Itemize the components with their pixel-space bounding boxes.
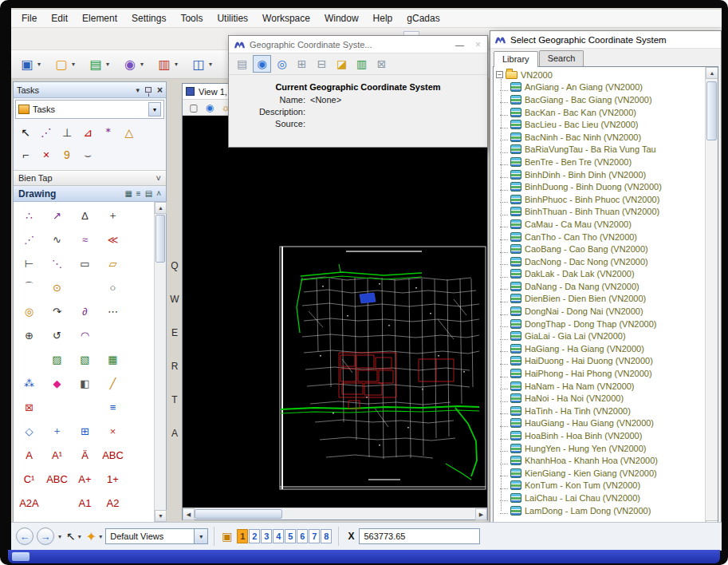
fence-icon[interactable]: ⋰ [36,123,57,142]
drawing-tool-button[interactable]: ABC [43,467,71,491]
drawing-tool-button[interactable]: ≡ [99,395,127,419]
tree-item[interactable]: BinhThuan - Binh Thuan (VN2000) [500,206,704,219]
menu-item[interactable]: Window [317,10,366,26]
pin-icon[interactable] [145,87,152,93]
drawing-tool-button[interactable]: ⊞ [71,419,99,443]
tree-item[interactable]: HoaBinh - Hoa Binh (VN2000) [500,429,704,442]
drawing-tool-button[interactable]: ○ [99,275,127,299]
combobox-arrow-icon[interactable]: ▾ [195,528,208,544]
drawing-tool-button[interactable]: ≪ [99,227,127,251]
menu-item[interactable]: Tools [173,10,210,26]
view-horizontal-scrollbar[interactable]: ◀ ▶ [183,508,487,520]
models-toolbar-icon[interactable]: ▣ ▾ [16,53,43,76]
drawing-tool-button[interactable]: ◠ [71,323,99,347]
drawing-tool-button[interactable]: ∂ [71,299,99,323]
nav-dropdown-icon[interactable]: ▾ [58,533,61,540]
tasks-selector[interactable]: Tasks ▾ [15,100,164,119]
close-icon[interactable]: × [157,85,163,96]
close-icon[interactable]: × [475,39,481,50]
tree-item[interactable]: BacGiang - Bac Giang (VN2000) [500,93,704,106]
panel-menu-arrow-icon[interactable]: ▾ [136,86,140,94]
view-rotate-icon[interactable]: ◉ [202,101,218,114]
new-file-toolbar-icon[interactable]: ▢ ▾ [50,53,77,76]
menu-item[interactable]: Element [75,10,124,26]
numbered-tool-icon[interactable]: 9 [57,145,77,164]
drawing-tool-button[interactable]: A2A [15,491,43,515]
tree-item[interactable]: BinhDinh - Binh Dinh (VN2000) [500,168,704,181]
gcs-dialog-titlebar[interactable]: Geographic Coordinate Syste... — × [229,36,487,53]
drawing-tool-button[interactable]: ＊ [99,515,127,522]
drawing-tool-button[interactable]: ≈ [71,227,99,251]
view-toggles-icon[interactable]: ▣ [222,530,232,543]
back-button[interactable]: ← [16,527,33,545]
drawing-tool-button[interactable]: A1 [71,491,99,515]
pointer-dropdown-icon[interactable]: ▾ [78,533,81,540]
element-selection-icon[interactable]: ↖ [15,123,36,142]
drawing-tool-button[interactable]: ⋱ [43,251,71,275]
drawing-tool-button[interactable]: A2 [99,491,127,515]
drawing-tool-button[interactable]: Ä [71,443,99,467]
tree-scrollbar[interactable]: ▲ ▼ [705,67,718,532]
drawing-tool-button[interactable]: ＋ [43,419,71,443]
drawing-tool-button[interactable]: ◇ [15,419,43,443]
drawing-tool-button[interactable]: ↗ [43,203,71,227]
tree-item[interactable]: HaiDuong - Hai Duong (VN2000) [500,355,704,368]
corner-tool-icon[interactable]: ⌐ [15,145,36,164]
tree-item[interactable]: HaNam - Ha Nam (VN2000) [500,380,704,393]
gcs-properties-icon[interactable]: ▤ [233,55,251,73]
tree-item[interactable]: DakLak - Dak Lak (VN2000) [500,268,704,281]
view-toggle-button[interactable]: 7 [309,529,320,543]
delete-element-icon[interactable]: × [36,145,57,164]
drawing-tool-button[interactable] [71,275,99,299]
tree-item[interactable]: DongThap - Dong Thap (VN2000) [500,318,704,330]
tree-item[interactable]: BacKan - Bac Kan (VN2000) [500,106,704,119]
tree-item[interactable]: HauGiang - Hau Giang (VN2000) [500,417,704,430]
drawing-tool-button[interactable]: ⊕ [15,323,43,347]
drawing-tool-button[interactable]: ◆ [43,371,71,395]
drawing-tool-button[interactable]: ∆ [71,203,99,227]
dropdown-arrow-icon[interactable]: ▾ [106,61,109,68]
drawing-tool-button[interactable]: ⊠ [15,395,43,419]
drawing-tool-button[interactable]: ▦ [99,347,127,371]
dropdown-arrow-icon[interactable]: ▾ [37,61,41,68]
drawing-tool-button[interactable]: ⁂ [15,371,43,395]
dropdown-arrow-icon[interactable]: ▾ [209,61,212,68]
menu-item[interactable]: Edit [44,10,75,26]
tree-item[interactable]: AnGiang - An Giang (VN2000) [500,81,704,94]
menu-item[interactable]: Settings [124,10,173,26]
drawing-tool-button[interactable]: XA1 [15,515,43,522]
drawing-tool-button[interactable] [71,515,99,522]
select-gcs-titlebar[interactable]: Select Geographic Coordinate System [490,31,721,49]
drawing-tool-button[interactable] [71,395,99,419]
view-group-compass-icon[interactable]: ✦ [86,529,96,544]
dropdown-arrow-icon[interactable]: ▾ [175,61,178,68]
drawing-tool-button[interactable]: ∿ [43,227,71,251]
collapse-section-icon[interactable]: ˄ [156,189,161,198]
drawing-tool-button[interactable]: ↺ [43,323,71,347]
tree-item[interactable]: BinhDuong - Binh Duong (VN2000) [500,180,704,193]
gcs-details-icon[interactable]: ⊞ [293,55,311,73]
menu-item[interactable]: Help [366,10,400,26]
tree-root-vn2000[interactable]: − VN2000 [496,69,704,81]
tree-item[interactable]: BacNinh - Bac Ninh (VN2000) [500,131,704,144]
scroll-up-icon[interactable]: ▲ [706,67,718,79]
tree-item[interactable]: CaoBang - Cao Bang (VN2000) [500,243,704,255]
menu-item[interactable]: File [14,10,44,26]
view-toggle-button[interactable]: 2 [249,529,260,543]
cells-toolbar-icon[interactable]: ◫ ▾ [187,53,214,76]
tree-item[interactable]: BaRiaVungTau - Ba Ria Vung Tau [500,144,704,156]
tree-item[interactable]: CanTho - Can Tho (VN2000) [500,231,704,243]
gcs-export-icon[interactable]: ⊠ [372,55,391,73]
tasks-scrollbar[interactable]: ▲ ▼ [154,202,166,522]
view-toggle-button[interactable]: 4 [273,529,284,543]
drawing-tool-button[interactable]: ⊢ [15,251,43,275]
scroll-up-icon[interactable]: ▲ [155,202,167,214]
tree-item[interactable]: KonTum - Kon Tum (VN2000) [500,480,704,492]
drawing-tool-button[interactable]: × [99,419,127,443]
drawing-tool-button[interactable]: ∴ [15,203,43,227]
raster-toolbar-icon[interactable]: ◉ ▾ [119,53,146,76]
tree-item[interactable]: HungYen - Hung Yen (VN2000) [500,442,704,455]
tree-item[interactable]: GiaLai - Gia Lai (VN2000) [500,330,704,342]
tasks-selector-arrow-icon[interactable]: ▾ [148,102,161,117]
coordinate-x-input[interactable] [359,528,480,544]
